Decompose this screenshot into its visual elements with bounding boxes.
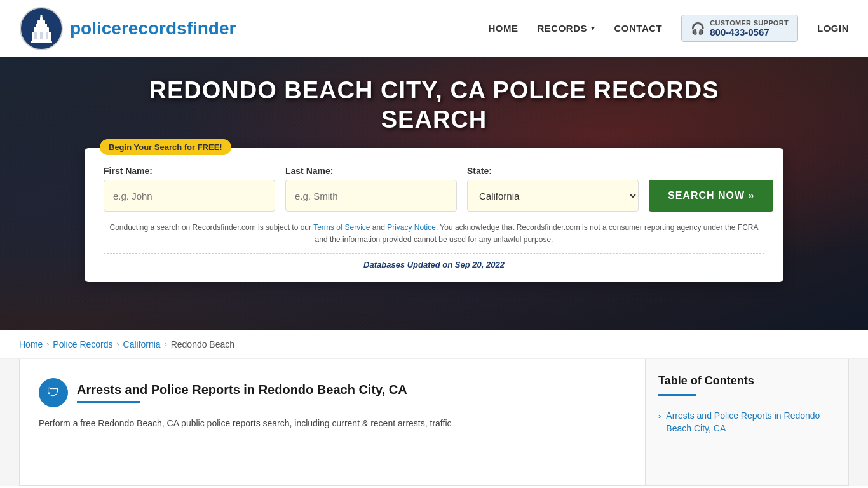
content-left: 🛡 Arrests and Police Reports in Redondo …	[19, 359, 646, 486]
support-info: CUSTOMER SUPPORT 800-433-0567	[710, 19, 789, 37]
article-body: Perform a free Redondo Beach, CA public …	[39, 416, 626, 431]
nav-contact[interactable]: CONTACT	[614, 23, 663, 34]
last-name-label: Last Name:	[285, 166, 457, 176]
last-name-field: Last Name:	[285, 166, 457, 212]
article-title: Arrests and Police Reports in Redondo Be…	[77, 383, 407, 397]
records-chevron-icon: ▾	[591, 24, 595, 32]
first-name-field: First Name:	[104, 166, 275, 212]
search-fields: First Name: Last Name: State: AlabamaAla…	[104, 166, 764, 212]
breadcrumb-sep-3: ›	[165, 340, 167, 349]
breadcrumb: Home › Police Records › California › Red…	[0, 330, 868, 359]
article-title-block: Arrests and Police Reports in Redondo Be…	[77, 383, 407, 403]
hero-title: REDONDO BEACH CITY, CA POLICE RECORDS SE…	[148, 76, 720, 134]
disclaimer-text: Conducting a search on Recordsfinder.com…	[104, 222, 764, 246]
svg-rect-7	[34, 32, 37, 39]
breadcrumb-california[interactable]: California	[123, 339, 161, 349]
logo-icon	[19, 6, 64, 51]
privacy-link[interactable]: Privacy Notice	[387, 223, 436, 232]
shield-icon: 🛡	[39, 378, 68, 407]
logo-text: policerecordsfinder	[70, 18, 236, 39]
customer-support-button[interactable]: 🎧 CUSTOMER SUPPORT 800-433-0567	[681, 15, 798, 42]
hero-section: REDONDO BEACH CITY, CA POLICE RECORDS SE…	[0, 57, 868, 330]
state-field: State: AlabamaAlaskaArizonaArkansasCalif…	[467, 166, 639, 212]
search-box: Begin Your Search for FREE! First Name: …	[85, 148, 783, 281]
search-now-button[interactable]: SEARCH NOW »	[649, 180, 773, 212]
nav-home[interactable]: HOME	[488, 23, 518, 34]
toc-link[interactable]: Arrests and Police Reports in Redondo Be…	[666, 410, 836, 435]
svg-rect-6	[41, 15, 43, 18]
db-updated: Databases Updated on Sep 20, 2022	[104, 260, 764, 269]
breadcrumb-home[interactable]: Home	[19, 339, 43, 349]
login-button[interactable]: LOGIN	[817, 23, 849, 34]
breadcrumb-sep-1: ›	[46, 340, 49, 349]
svg-rect-9	[46, 32, 48, 39]
site-header: policerecordsfinder HOME RECORDS ▾ CONTA…	[0, 0, 868, 57]
last-name-input[interactable]	[285, 180, 457, 212]
free-badge: Begin Your Search for FREE!	[100, 139, 231, 155]
state-select[interactable]: AlabamaAlaskaArizonaArkansasCaliforniaCo…	[467, 180, 639, 212]
article-header: 🛡 Arrests and Police Reports in Redondo …	[39, 378, 626, 407]
toc-underline	[658, 394, 696, 396]
svg-rect-10	[31, 41, 52, 43]
first-name-input[interactable]	[104, 180, 275, 212]
toc-item[interactable]: › Arrests and Police Reports in Redondo …	[658, 405, 836, 440]
breadcrumb-current: Redondo Beach	[171, 339, 234, 349]
breadcrumb-police-records[interactable]: Police Records	[53, 339, 112, 349]
nav-records[interactable]: RECORDS ▾	[537, 23, 595, 34]
main-content: 🛡 Arrests and Police Reports in Redondo …	[0, 359, 868, 486]
content-right: Table of Contents › Arrests and Police R…	[646, 359, 849, 486]
toc-chevron-icon: ›	[658, 411, 661, 421]
toc-title: Table of Contents	[658, 374, 836, 388]
logo[interactable]: policerecordsfinder	[19, 6, 236, 51]
state-label: State:	[467, 166, 639, 176]
headset-icon: 🎧	[691, 22, 705, 36]
hero-content: REDONDO BEACH CITY, CA POLICE RECORDS SE…	[0, 57, 868, 282]
main-nav: HOME RECORDS ▾ CONTACT 🎧 CUSTOMER SUPPOR…	[488, 15, 849, 42]
first-name-label: First Name:	[104, 166, 275, 176]
svg-rect-8	[40, 32, 43, 39]
divider	[104, 253, 764, 254]
breadcrumb-sep-2: ›	[117, 340, 119, 349]
terms-link[interactable]: Terms of Service	[313, 223, 370, 232]
article-title-underline	[77, 401, 140, 403]
